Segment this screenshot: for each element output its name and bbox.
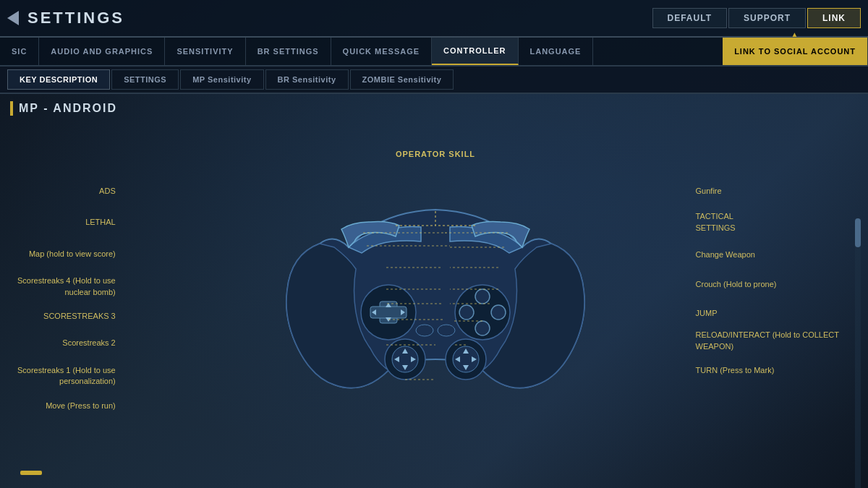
subtab-key-description[interactable]: KEY DESCRIPTION bbox=[7, 69, 110, 90]
tab-language[interactable]: LANGUAGE bbox=[519, 38, 594, 65]
subtab-zombie-sensitivity[interactable]: ZOMBIE Sensitivity bbox=[350, 69, 454, 90]
support-button[interactable]: SUPPORT bbox=[728, 8, 806, 28]
link-button[interactable]: LINK bbox=[807, 8, 861, 28]
section-header: MP - ANDROID bbox=[10, 101, 861, 116]
subtab-settings[interactable]: SETTINGS bbox=[111, 69, 179, 90]
sub-tabs: KEY DESCRIPTION SETTINGS MP Sensitivity … bbox=[0, 67, 868, 94]
svg-point-24 bbox=[416, 325, 433, 336]
tab-audio-graphics[interactable]: AUDIO AND GRAPHICS bbox=[39, 38, 165, 65]
tab-link-social[interactable]: LINK TO SOCIAL ACCOUNT bbox=[723, 38, 868, 65]
tab-br-settings[interactable]: BR SETTINGS bbox=[246, 38, 331, 65]
tab-quick-message[interactable]: QUICK MESSAGE bbox=[331, 38, 433, 65]
back-button[interactable] bbox=[7, 11, 19, 25]
svg-point-8 bbox=[475, 289, 490, 304]
scrollbar-thumb[interactable] bbox=[855, 218, 861, 247]
back-arrow-icon bbox=[7, 11, 19, 25]
label-ads: ADS LETHAL Map (hold to view score) Scor… bbox=[17, 186, 116, 411]
svg-point-11 bbox=[475, 321, 490, 335]
label-gunfire: Gunfire TACTICALSETTINGS Change Weapon C… bbox=[696, 186, 839, 377]
svg-point-10 bbox=[491, 305, 506, 320]
default-button[interactable]: DEFAULT bbox=[652, 8, 727, 28]
svg-point-25 bbox=[438, 325, 455, 336]
header: SETTINGS DEFAULT SUPPORT LINK bbox=[0, 0, 868, 38]
bottom-indicator bbox=[20, 471, 42, 475]
label-operator-skill: OPERATOR SKILL bbox=[396, 150, 475, 158]
main-content: MP - ANDROID bbox=[0, 94, 868, 488]
section-title-text: MP - ANDROID bbox=[19, 102, 117, 115]
tab-controller[interactable]: CONTROLLER bbox=[432, 38, 518, 65]
controller-diagram: ADS LETHAL Map (hold to view score) Scor… bbox=[10, 124, 861, 478]
tab-sensitivity[interactable]: SENSITIVITY bbox=[165, 38, 245, 65]
controller-image bbox=[276, 189, 595, 414]
nav-tabs: SIC AUDIO AND GRAPHICS SENSITIVITY BR SE… bbox=[0, 38, 868, 67]
svg-point-9 bbox=[459, 305, 474, 320]
tab-sic[interactable]: SIC bbox=[0, 38, 39, 65]
subtab-br-sensitivity[interactable]: BR Sensitivity bbox=[265, 69, 349, 90]
title-accent-bar bbox=[10, 101, 13, 116]
header-buttons: DEFAULT SUPPORT LINK bbox=[652, 8, 861, 28]
scrollbar[interactable] bbox=[855, 218, 861, 488]
page-title: SETTINGS bbox=[27, 9, 124, 27]
subtab-mp-sensitivity[interactable]: MP Sensitivity bbox=[180, 69, 263, 90]
